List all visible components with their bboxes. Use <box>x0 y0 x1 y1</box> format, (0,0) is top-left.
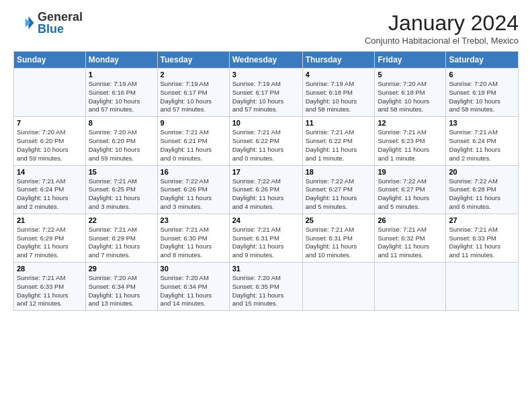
logo-icon <box>13 12 35 34</box>
day-info: Sunrise: 7:22 AMSunset: 6:26 PMDaylight:… <box>232 177 300 212</box>
header: General Blue January 2024 Conjunto Habit… <box>13 11 519 46</box>
day-number: 19 <box>378 168 443 176</box>
calendar-cell: 13Sunrise: 7:21 AMSunset: 6:24 PMDayligh… <box>446 117 519 165</box>
day-number: 20 <box>449 168 515 176</box>
logo-general-text: General <box>38 11 83 23</box>
day-info: Sunrise: 7:21 AMSunset: 6:30 PMDaylight:… <box>161 226 226 260</box>
day-info: Sunrise: 7:21 AMSunset: 6:29 PMDaylight:… <box>89 226 154 260</box>
day-info: Sunrise: 7:20 AMSunset: 6:35 PMDaylight:… <box>232 274 300 308</box>
day-info: Sunrise: 7:21 AMSunset: 6:24 PMDaylight:… <box>17 177 83 212</box>
day-number: 5 <box>378 71 443 79</box>
calendar-cell: 2Sunrise: 7:19 AMSunset: 6:17 PMDaylight… <box>157 68 229 117</box>
day-number: 13 <box>449 119 515 127</box>
calendar-cell: 23Sunrise: 7:21 AMSunset: 6:30 PMDayligh… <box>157 214 229 262</box>
calendar-cell: 5Sunrise: 7:20 AMSunset: 6:18 PMDaylight… <box>375 68 446 117</box>
day-number: 24 <box>232 216 300 224</box>
day-number: 7 <box>17 119 83 127</box>
calendar-cell: 30Sunrise: 7:20 AMSunset: 6:34 PMDayligh… <box>157 263 229 311</box>
day-info: Sunrise: 7:19 AMSunset: 6:17 PMDaylight:… <box>161 80 226 114</box>
calendar-cell: 22Sunrise: 7:21 AMSunset: 6:29 PMDayligh… <box>85 214 157 262</box>
calendar-cell: 31Sunrise: 7:20 AMSunset: 6:35 PMDayligh… <box>229 263 302 311</box>
calendar-cell: 15Sunrise: 7:21 AMSunset: 6:25 PMDayligh… <box>85 165 157 214</box>
calendar-cell: 16Sunrise: 7:22 AMSunset: 6:26 PMDayligh… <box>157 165 229 214</box>
day-info: Sunrise: 7:20 AMSunset: 6:20 PMDaylight:… <box>17 128 83 163</box>
logo-blue-text: Blue <box>38 23 83 35</box>
day-info: Sunrise: 7:21 AMSunset: 6:33 PMDaylight:… <box>449 226 515 260</box>
day-info: Sunrise: 7:19 AMSunset: 6:17 PMDaylight:… <box>232 80 300 114</box>
logo-text: General Blue <box>38 11 83 35</box>
weekday-header-thursday: Thursday <box>302 52 375 68</box>
calendar-cell <box>14 68 86 117</box>
calendar-cell <box>302 263 375 311</box>
day-number: 1 <box>89 71 154 79</box>
day-info: Sunrise: 7:22 AMSunset: 6:27 PMDaylight:… <box>378 177 443 212</box>
day-number: 3 <box>232 71 300 79</box>
day-number: 26 <box>378 216 443 224</box>
calendar-cell: 25Sunrise: 7:21 AMSunset: 6:31 PMDayligh… <box>302 214 375 262</box>
day-info: Sunrise: 7:19 AMSunset: 6:18 PMDaylight:… <box>306 80 372 114</box>
day-info: Sunrise: 7:21 AMSunset: 6:31 PMDaylight:… <box>306 226 372 260</box>
day-number: 18 <box>306 168 372 176</box>
day-number: 2 <box>161 71 226 79</box>
day-number: 22 <box>89 216 154 224</box>
calendar-cell: 17Sunrise: 7:22 AMSunset: 6:26 PMDayligh… <box>229 165 302 214</box>
calendar-cell: 20Sunrise: 7:22 AMSunset: 6:28 PMDayligh… <box>446 165 519 214</box>
calendar-cell: 11Sunrise: 7:21 AMSunset: 6:22 PMDayligh… <box>302 117 375 165</box>
day-info: Sunrise: 7:21 AMSunset: 6:33 PMDaylight:… <box>17 274 83 308</box>
calendar-cell: 29Sunrise: 7:20 AMSunset: 6:34 PMDayligh… <box>85 263 157 311</box>
day-number: 4 <box>306 71 372 79</box>
weekday-header-row: SundayMondayTuesdayWednesdayThursdayFrid… <box>14 52 519 68</box>
weekday-header-friday: Friday <box>375 52 446 68</box>
day-info: Sunrise: 7:21 AMSunset: 6:22 PMDaylight:… <box>306 128 372 163</box>
day-info: Sunrise: 7:22 AMSunset: 6:27 PMDaylight:… <box>306 177 372 212</box>
day-number: 15 <box>89 168 154 176</box>
day-info: Sunrise: 7:20 AMSunset: 6:34 PMDaylight:… <box>161 274 226 308</box>
day-info: Sunrise: 7:20 AMSunset: 6:20 PMDaylight:… <box>89 128 154 163</box>
day-number: 17 <box>232 168 300 176</box>
calendar-cell: 18Sunrise: 7:22 AMSunset: 6:27 PMDayligh… <box>302 165 375 214</box>
calendar-cell: 12Sunrise: 7:21 AMSunset: 6:23 PMDayligh… <box>375 117 446 165</box>
day-number: 14 <box>17 168 83 176</box>
day-info: Sunrise: 7:21 AMSunset: 6:21 PMDaylight:… <box>161 128 226 163</box>
calendar-week-row: 21Sunrise: 7:22 AMSunset: 6:29 PMDayligh… <box>14 214 519 262</box>
day-number: 9 <box>161 119 226 127</box>
calendar-week-row: 1Sunrise: 7:19 AMSunset: 6:16 PMDaylight… <box>14 68 519 117</box>
calendar-week-row: 7Sunrise: 7:20 AMSunset: 6:20 PMDaylight… <box>14 117 519 165</box>
day-number: 28 <box>17 265 83 273</box>
calendar-week-row: 14Sunrise: 7:21 AMSunset: 6:24 PMDayligh… <box>14 165 519 214</box>
calendar-cell: 10Sunrise: 7:21 AMSunset: 6:22 PMDayligh… <box>229 117 302 165</box>
day-info: Sunrise: 7:22 AMSunset: 6:26 PMDaylight:… <box>161 177 226 212</box>
calendar-cell <box>446 263 519 311</box>
day-number: 11 <box>306 119 372 127</box>
day-number: 21 <box>17 216 83 224</box>
calendar-cell <box>375 263 446 311</box>
calendar-title: January 2024 <box>365 11 519 36</box>
day-info: Sunrise: 7:22 AMSunset: 6:28 PMDaylight:… <box>449 177 515 212</box>
day-number: 8 <box>89 119 154 127</box>
calendar-container: General Blue January 2024 Conjunto Habit… <box>0 0 532 318</box>
day-number: 29 <box>89 265 154 273</box>
calendar-cell: 21Sunrise: 7:22 AMSunset: 6:29 PMDayligh… <box>14 214 86 262</box>
day-info: Sunrise: 7:21 AMSunset: 6:24 PMDaylight:… <box>449 128 515 163</box>
day-number: 27 <box>449 216 515 224</box>
day-number: 23 <box>161 216 226 224</box>
day-info: Sunrise: 7:22 AMSunset: 6:29 PMDaylight:… <box>17 226 83 260</box>
day-info: Sunrise: 7:20 AMSunset: 6:34 PMDaylight:… <box>89 274 154 308</box>
calendar-cell: 19Sunrise: 7:22 AMSunset: 6:27 PMDayligh… <box>375 165 446 214</box>
weekday-header-monday: Monday <box>85 52 157 68</box>
day-number: 25 <box>306 216 372 224</box>
calendar-cell: 26Sunrise: 7:21 AMSunset: 6:32 PMDayligh… <box>375 214 446 262</box>
day-number: 16 <box>161 168 226 176</box>
calendar-cell: 1Sunrise: 7:19 AMSunset: 6:16 PMDaylight… <box>85 68 157 117</box>
calendar-week-row: 28Sunrise: 7:21 AMSunset: 6:33 PMDayligh… <box>14 263 519 311</box>
day-number: 12 <box>378 119 443 127</box>
calendar-subtitle: Conjunto Habitacional el Trebol, Mexico <box>365 36 519 46</box>
logo: General Blue <box>13 11 83 35</box>
calendar-cell: 6Sunrise: 7:20 AMSunset: 6:19 PMDaylight… <box>446 68 519 117</box>
day-info: Sunrise: 7:21 AMSunset: 6:23 PMDaylight:… <box>378 128 443 163</box>
day-info: Sunrise: 7:20 AMSunset: 6:18 PMDaylight:… <box>378 80 443 114</box>
calendar-cell: 4Sunrise: 7:19 AMSunset: 6:18 PMDaylight… <box>302 68 375 117</box>
day-info: Sunrise: 7:19 AMSunset: 6:16 PMDaylight:… <box>89 80 154 114</box>
calendar-cell: 7Sunrise: 7:20 AMSunset: 6:20 PMDaylight… <box>14 117 86 165</box>
day-info: Sunrise: 7:21 AMSunset: 6:31 PMDaylight:… <box>232 226 300 260</box>
